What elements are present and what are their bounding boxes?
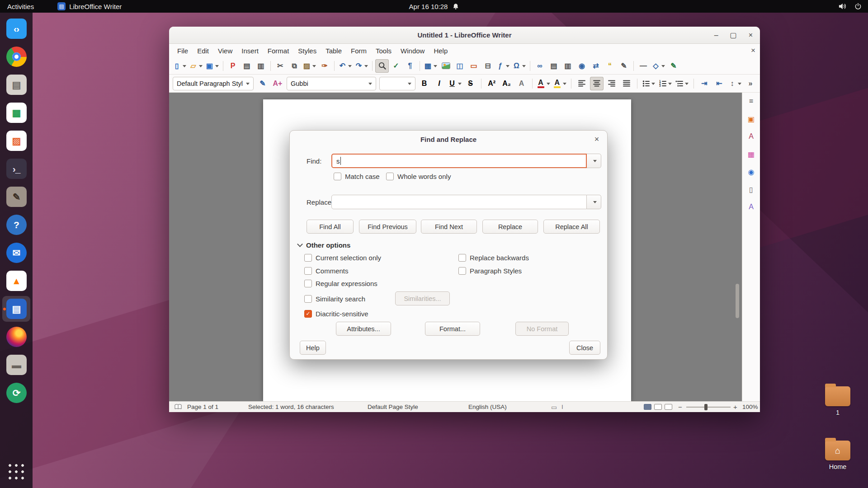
menu-tools[interactable]: Tools — [371, 46, 396, 56]
find-all-button[interactable]: Find All — [307, 220, 354, 234]
new-document-button[interactable]: ▯ — [172, 59, 188, 73]
font-color-button[interactable]: A — [536, 77, 551, 90]
maximize-button[interactable]: ▢ — [730, 31, 737, 39]
increase-indent-button[interactable]: ⇥ — [698, 77, 711, 90]
format-button[interactable]: Format... — [425, 322, 480, 336]
close-document-icon[interactable]: × — [751, 46, 755, 55]
insert-field-button[interactable]: ƒ — [495, 59, 511, 73]
cross-reference-button[interactable]: ⇄ — [589, 59, 603, 73]
more-options-button[interactable]: » — [744, 77, 757, 90]
insert-bookmark-button[interactable]: ◉ — [575, 59, 589, 73]
match-case-checkbox[interactable] — [334, 173, 341, 180]
replace-input[interactable] — [331, 195, 587, 209]
menu-table[interactable]: Table — [321, 46, 346, 56]
redo-button[interactable]: ↷ — [354, 59, 369, 73]
dock-item-gimp[interactable]: ✎ — [2, 184, 30, 210]
zoom-in-button[interactable]: + — [733, 402, 737, 412]
dock-item-thunderbird[interactable]: ✉ — [2, 240, 30, 266]
dock-item-vlc[interactable]: ▲ — [2, 268, 30, 294]
menu-window[interactable]: Window — [396, 46, 429, 56]
dialog-close-button[interactable]: Close — [569, 341, 600, 355]
activities-button[interactable]: Activities — [0, 0, 41, 13]
zoom-level[interactable]: 100% — [742, 402, 758, 412]
menu-styles[interactable]: Styles — [293, 46, 321, 56]
insert-image-button[interactable] — [439, 59, 453, 73]
dock-item-help[interactable]: ? — [2, 212, 30, 238]
outline-list-button[interactable] — [675, 77, 690, 90]
dock-item-show-applications[interactable] — [2, 459, 30, 484]
diacritic-sensitive-checkbox[interactable]: ✓ — [304, 310, 312, 318]
strikethrough-button[interactable]: S — [464, 77, 477, 90]
help-button[interactable]: Help — [300, 341, 326, 355]
dock-item-text-editor[interactable]: ▤ — [2, 72, 30, 98]
insert-table-button[interactable]: ▦ — [423, 59, 439, 73]
multi-page-view-icon[interactable] — [654, 404, 662, 410]
find-input[interactable]: s — [331, 154, 587, 168]
undo-button[interactable]: ↶ — [337, 59, 353, 73]
no-format-button[interactable]: No Format — [515, 322, 569, 336]
insert-hyperlink-button[interactable]: ∞ — [533, 59, 547, 73]
styles-deck-icon[interactable]: A — [745, 131, 757, 142]
ordered-list-button[interactable]: 123 — [658, 77, 673, 90]
selection-mode-icon[interactable]: ▭ — [551, 402, 557, 412]
clock-button[interactable]: Apr 16 10:28 — [409, 3, 459, 10]
line-spacing-button[interactable]: ↕ — [727, 77, 742, 90]
update-style-button[interactable]: ✎ — [256, 77, 269, 90]
print-preview-button[interactable]: ▥ — [254, 59, 268, 73]
page-deck-icon[interactable]: ▯ — [745, 183, 757, 195]
whole-words-only-checkbox[interactable] — [386, 173, 394, 180]
export-pdf-button[interactable]: P — [226, 59, 240, 73]
dock-item-terminal[interactable]: ›_ — [2, 156, 30, 182]
properties-deck-icon[interactable]: ▣ — [745, 113, 757, 125]
page-style-status[interactable]: Default Page Style — [368, 402, 418, 412]
insert-comment-button[interactable]: “ — [603, 59, 617, 73]
text-cursor-icon[interactable]: I — [561, 402, 563, 412]
find-history-dropdown[interactable] — [587, 154, 601, 168]
paragraph-style-combo[interactable]: Default Paragraph Styl — [173, 77, 254, 90]
dock-item-libreoffice-writer[interactable]: ▤ — [2, 296, 30, 322]
single-page-view-icon[interactable] — [644, 404, 651, 410]
close-button[interactable]: × — [749, 31, 753, 39]
show-draw-functions-button[interactable]: ✎ — [667, 59, 680, 73]
page-break-button[interactable]: ⊟ — [481, 59, 495, 73]
book-view-icon[interactable] — [665, 404, 672, 410]
replace-all-button[interactable]: Replace All — [543, 220, 600, 234]
align-left-button[interactable] — [575, 77, 589, 90]
selection-count-status[interactable]: Selected: 1 word, 16 characters — [248, 402, 334, 412]
regular-expressions-checkbox[interactable] — [304, 280, 312, 287]
menu-file[interactable]: File — [173, 46, 193, 56]
underline-button[interactable]: U — [448, 77, 462, 90]
dock-item-firefox[interactable] — [2, 324, 30, 350]
navigator-deck-icon[interactable]: ◉ — [745, 166, 757, 178]
dock-item-libreoffice-impress[interactable]: ▨ — [2, 128, 30, 154]
formatting-marks-button[interactable]: ¶ — [403, 59, 417, 73]
align-right-button[interactable] — [605, 77, 618, 90]
dock-item-software-updater[interactable]: ⟳ — [2, 380, 30, 406]
page-number-status[interactable]: Page 1 of 1 — [187, 402, 218, 412]
font-size-combo[interactable] — [379, 77, 415, 90]
subscript-button[interactable]: A₂ — [500, 77, 514, 90]
dock-item-archive-manager[interactable]: ▬ — [2, 352, 30, 378]
find-and-replace-button[interactable] — [375, 59, 389, 73]
track-changes-button[interactable]: ✎ — [617, 59, 631, 73]
dock-item-libreoffice-calc[interactable]: ▦ — [2, 100, 30, 126]
dock-item-chrome[interactable] — [2, 44, 30, 70]
justified-button[interactable] — [620, 77, 633, 90]
find-previous-button[interactable]: Find Previous — [359, 220, 416, 234]
clear-formatting-button[interactable]: A — [515, 77, 528, 90]
paste-button[interactable]: ▨ — [302, 59, 317, 73]
zoom-out-button[interactable]: − — [678, 402, 682, 412]
insert-text-box-button[interactable]: ▭ — [467, 59, 481, 73]
insert-endnote-button[interactable]: ▥ — [561, 59, 575, 73]
decrease-indent-button[interactable]: ⇤ — [712, 77, 726, 90]
paragraph-styles-checkbox[interactable] — [458, 267, 466, 275]
print-button[interactable]: ▤ — [240, 59, 254, 73]
unordered-list-button[interactable] — [641, 77, 656, 90]
align-center-button[interactable] — [590, 77, 604, 90]
replace-history-dropdown[interactable] — [587, 195, 601, 209]
desktop-folder-1[interactable]: 1 — [822, 386, 854, 416]
comments-checkbox[interactable] — [304, 267, 312, 275]
desktop-folder-home[interactable]: ⌂ Home — [822, 441, 854, 470]
italic-button[interactable]: I — [433, 77, 446, 90]
current-selection-only-checkbox[interactable] — [304, 254, 312, 262]
